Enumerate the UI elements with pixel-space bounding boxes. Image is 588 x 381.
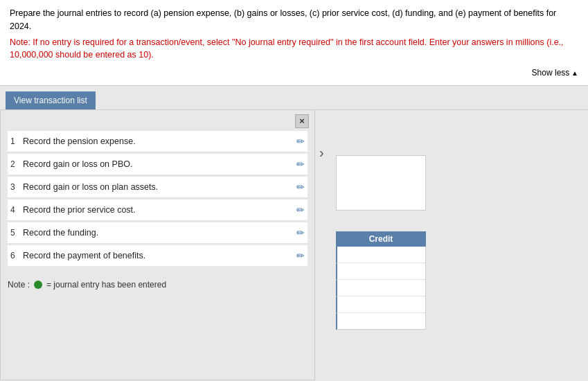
note-instruction: Note: If no entry is required for a tran… bbox=[10, 36, 578, 62]
transaction-list: 1 Record the pension expense. ✏ 2 Record… bbox=[1, 124, 314, 274]
green-dot-icon bbox=[34, 281, 42, 289]
credit-input-row[interactable] bbox=[336, 263, 426, 280]
item-number: 5 bbox=[10, 228, 23, 238]
transaction-panel: × 1 Record the pension expense. ✏ 2 Reco… bbox=[0, 110, 315, 380]
item-number: 6 bbox=[10, 251, 23, 260]
upper-input-box bbox=[336, 155, 426, 211]
edit-icon[interactable]: ✏ bbox=[296, 227, 305, 238]
list-item: 6 Record the payment of benefits. ✏ bbox=[8, 245, 308, 266]
close-button[interactable]: × bbox=[295, 114, 309, 128]
left-panel: × 1 Record the pension expense. ✏ 2 Reco… bbox=[0, 110, 315, 382]
credit-input-row[interactable] bbox=[336, 313, 426, 330]
item-text: Record the prior service cost. bbox=[23, 205, 291, 215]
list-item: 1 Record the pension expense. ✏ bbox=[8, 131, 308, 152]
show-less-link[interactable]: Show less bbox=[532, 68, 578, 78]
item-number: 4 bbox=[10, 205, 23, 215]
credit-input-row[interactable] bbox=[336, 296, 426, 313]
credit-input-2[interactable] bbox=[337, 263, 425, 279]
list-item: 5 Record the funding. ✏ bbox=[8, 222, 308, 244]
list-item: 4 Record the prior service cost. ✏ bbox=[8, 200, 308, 221]
credit-input-1[interactable] bbox=[337, 247, 425, 263]
view-transaction-button[interactable]: View transaction list bbox=[6, 91, 96, 109]
item-text: Record the payment of benefits. bbox=[23, 251, 291, 260]
credit-input-row[interactable] bbox=[336, 280, 426, 296]
edit-icon[interactable]: ✏ bbox=[296, 204, 305, 215]
edit-icon[interactable]: ✏ bbox=[296, 181, 305, 193]
credit-header: Credit bbox=[336, 231, 426, 247]
list-item: 3 Record gain or loss on plan assets. ✏ bbox=[8, 177, 308, 198]
show-less-container: Show less bbox=[10, 66, 578, 80]
credit-input-5[interactable] bbox=[337, 313, 425, 329]
edit-icon[interactable]: ✏ bbox=[296, 159, 305, 170]
item-text: Record the funding. bbox=[23, 228, 291, 238]
main-instruction: Prepare the journal entries to record (a… bbox=[10, 7, 578, 33]
note-area: Note : = journal entry has been entered bbox=[1, 274, 314, 295]
item-number: 3 bbox=[10, 182, 23, 192]
edit-icon[interactable]: ✏ bbox=[296, 250, 305, 261]
note-description: = journal entry has been entered bbox=[46, 280, 166, 290]
credit-input-3[interactable] bbox=[337, 280, 425, 296]
chevron-right-icon[interactable]: › bbox=[319, 145, 324, 161]
item-text: Record the pension expense. bbox=[23, 136, 291, 146]
note-label: Note : bbox=[8, 280, 30, 290]
right-panel: › Credit bbox=[315, 110, 588, 382]
edit-icon[interactable]: ✏ bbox=[296, 136, 305, 147]
credit-input-4[interactable] bbox=[337, 296, 425, 312]
item-number: 1 bbox=[10, 136, 23, 146]
credit-input-row[interactable] bbox=[336, 247, 426, 263]
instructions-panel: Prepare the journal entries to record (a… bbox=[0, 0, 588, 86]
item-number: 2 bbox=[10, 159, 23, 169]
credit-section: Credit bbox=[336, 231, 426, 330]
item-text: Record gain or loss on plan assets. bbox=[23, 182, 291, 192]
item-text: Record gain or loss on PBO. bbox=[23, 159, 291, 169]
list-item: 2 Record gain or loss on PBO. ✏ bbox=[8, 154, 308, 175]
